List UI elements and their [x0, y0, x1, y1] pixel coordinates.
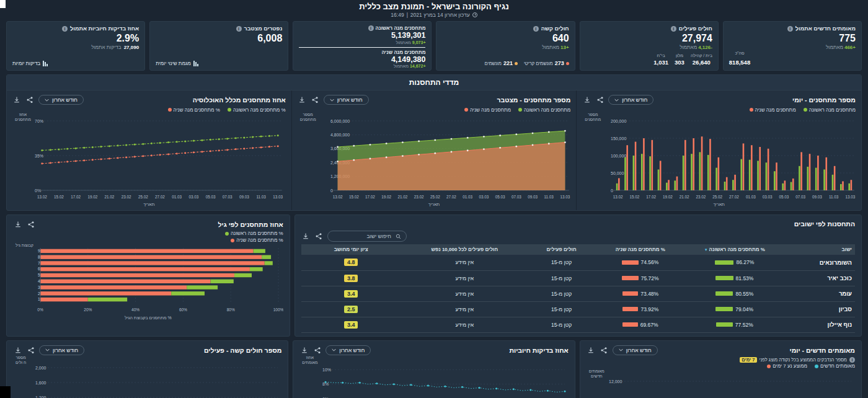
- svg-text:17.02: 17.02: [365, 195, 375, 199]
- severe-patients-chart-canvas[interactable]: 2,0001,6001,2008004000: [10, 358, 281, 398]
- kpi-delta-suffix: מאתמול: [542, 45, 559, 50]
- svg-text:05.03: 05.03: [205, 195, 215, 199]
- info-icon[interactable]: i: [787, 26, 793, 32]
- legend-label: % מתחסנים מנה ראשונה: [231, 231, 283, 236]
- daily-trend-link[interactable]: מגמת שינוי יומית: [156, 61, 198, 66]
- per-10k-cell: אין מידע: [401, 286, 528, 301]
- first-dose-pct-cell: 86.27%: [686, 255, 783, 270]
- download-icon[interactable]: [582, 95, 591, 105]
- column-header[interactable]: % מתחסנים מנה ראשונה▼: [686, 244, 783, 255]
- cumulative-vaccinated-chart-canvas[interactable]: 01,200,0002,400,0003,600,0004,800,0006,0…: [299, 115, 570, 201]
- trend-chart-icon: [43, 61, 48, 66]
- column-header[interactable]: ציון יומי מחושב: [301, 244, 401, 255]
- share-icon[interactable]: [26, 345, 35, 355]
- share-icon[interactable]: [311, 95, 320, 105]
- column-header[interactable]: ישוב: [783, 244, 855, 255]
- daily-tests-link[interactable]: בדיקות יומיות: [12, 61, 48, 66]
- svg-text:25.02: 25.02: [712, 195, 722, 199]
- date-range-dropdown[interactable]: חודש אחרון: [608, 95, 653, 105]
- column-header[interactable]: חולים פעילים: [528, 244, 595, 255]
- svg-text:07.03: 07.03: [222, 195, 232, 199]
- download-icon[interactable]: [13, 220, 22, 229]
- legend-item: מאומתים חדשים: [815, 363, 855, 369]
- new-confirmed-chart-canvas[interactable]: 12,0008,0004,0000: [583, 371, 855, 398]
- share-icon[interactable]: [600, 345, 609, 355]
- info-icon[interactable]: i: [236, 26, 242, 32]
- info-icon[interactable]: i: [62, 26, 68, 32]
- date-range-dropdown[interactable]: חודש אחרון: [326, 345, 371, 355]
- kpi-title: חולים קשה: [541, 25, 569, 32]
- pct-bar: [622, 291, 639, 296]
- download-icon[interactable]: [299, 345, 309, 355]
- score-badge: 3.4: [344, 321, 358, 329]
- percent-vaccinated-chart-canvas[interactable]: 0%35%70%13.0215.0217.0219.0221.0223.0225…: [14, 115, 286, 201]
- info-icon[interactable]: i: [671, 26, 676, 32]
- share-icon[interactable]: [25, 95, 35, 105]
- share-icon[interactable]: [595, 95, 604, 105]
- legend-item: % מתחסנים מנה ראשונה: [228, 107, 286, 113]
- table-header-row: ישוב% מתחסנים מנה ראשונה▼% מתחסנים מנה ש…: [301, 244, 855, 255]
- chart-legend: מתחסנים מנה ראשונהמתחסנים מנה שניה: [582, 106, 856, 113]
- svg-text:0: 0: [611, 188, 613, 193]
- kpi-delta: +13: [560, 45, 569, 50]
- svg-text:19.02: 19.02: [87, 195, 97, 199]
- chevron-down-icon: [619, 348, 623, 352]
- share-icon[interactable]: [314, 232, 324, 241]
- age-vaccination-chart-canvas[interactable]: 0%20%40%60%80%100%+9080-8970-7960-6950-5…: [20, 245, 283, 315]
- table-row[interactable]: עומר80.55%73.48%קטן מ-15אין מידע3.4: [301, 286, 855, 301]
- svg-text:13.03: 13.03: [273, 195, 283, 199]
- middle-row: התחסנות לפי ישובים ישוב% מתחסנים מנה ראש…: [6, 214, 862, 337]
- kpi-severe-cases: חולים קשהi 640 +13מאתמול 273 מונשמים קרי…: [436, 21, 575, 71]
- last-updated-time: 16:49: [391, 12, 404, 18]
- svg-text:09.03: 09.03: [812, 195, 822, 199]
- legend-label: מתחסנים מנה ראשונה: [809, 107, 856, 113]
- legend-dot: [750, 108, 753, 112]
- svg-text:23.02: 23.02: [121, 195, 131, 199]
- share-icon[interactable]: [312, 345, 322, 355]
- kpi-value: 775: [729, 32, 856, 45]
- screenshot-artifact-bottom: [0, 386, 11, 398]
- kpi-title: מתחסנים מנה ראשונה: [376, 25, 426, 31]
- download-icon[interactable]: [298, 95, 307, 105]
- table-row[interactable]: סביון79.04%73.92%קטן מ-15אין מידע2.5: [301, 301, 855, 317]
- kpi-delta: +14,672: [410, 64, 426, 68]
- table-row[interactable]: השומרונאים86.27%74.56%קטן מ-15אין מידע4.…: [301, 255, 855, 270]
- download-icon[interactable]: [301, 232, 311, 241]
- legend-dot: [225, 232, 229, 236]
- svg-text:200,000: 200,000: [611, 119, 626, 123]
- chart-cumulative-vaccinated: מספר מתחסנים - מצטבר חודש אחרון מתחסנים …: [292, 91, 577, 210]
- svg-text:07.03: 07.03: [795, 195, 805, 199]
- active-cases-cell: קטן מ-15: [528, 255, 595, 270]
- first-dose-block: מתחסנים מנה ראשונהi 5,139,301 +9,073 מאת…: [299, 25, 425, 45]
- column-header[interactable]: % מתחסנים מנה שניה: [595, 244, 686, 255]
- svg-text:07.03: 07.03: [512, 195, 521, 199]
- info-icon[interactable]: i: [849, 357, 855, 363]
- range-label: חודש אחרון: [53, 347, 78, 353]
- download-icon[interactable]: [587, 345, 596, 355]
- svg-text:12,000: 12,000: [609, 379, 622, 383]
- date-range-dropdown[interactable]: חודש אחרון: [38, 95, 84, 105]
- date-range-dropdown[interactable]: חודש אחרון: [613, 345, 658, 355]
- info-icon[interactable]: i: [533, 26, 539, 32]
- column-header[interactable]: חולים פעילים לכל 10,000 נפש: [401, 244, 528, 255]
- legend-item: מתחסנים מנה ראשונה: [518, 107, 570, 113]
- stat-label: סה"כ: [735, 51, 744, 56]
- date-range-dropdown[interactable]: חודש אחרון: [324, 95, 369, 105]
- x-axis-label: תאריך: [582, 202, 856, 206]
- locality-search-input[interactable]: [333, 232, 392, 240]
- download-icon[interactable]: [12, 95, 22, 105]
- y-axis-label: מאומתים חדשים: [589, 369, 604, 379]
- download-icon[interactable]: [13, 345, 22, 355]
- date-range-dropdown[interactable]: חודש אחרון: [39, 345, 84, 355]
- info-icon[interactable]: i: [368, 25, 374, 31]
- positive-tests-chart-canvas[interactable]: 10%8%6%4%2%0%: [297, 358, 569, 398]
- stat-value: 273: [555, 60, 564, 66]
- table-row[interactable]: נוף איילון77.52%69.67%קטן מ-15אין מידע3.…: [301, 317, 855, 332]
- legend-label: מתחסנים מנה שניה: [755, 107, 796, 113]
- table-row[interactable]: כוכב יאיר81.53%75.72%קטן מ-15אין מידע3.8: [301, 270, 855, 286]
- kpi-value: 4,149,380: [299, 55, 425, 64]
- svg-text:01.03: 01.03: [463, 195, 473, 199]
- daily-vaccinated-chart-canvas[interactable]: 050,000100,000150,000200,00013.0215.0217…: [584, 115, 856, 201]
- status-dot: [566, 62, 569, 65]
- share-icon[interactable]: [26, 220, 35, 229]
